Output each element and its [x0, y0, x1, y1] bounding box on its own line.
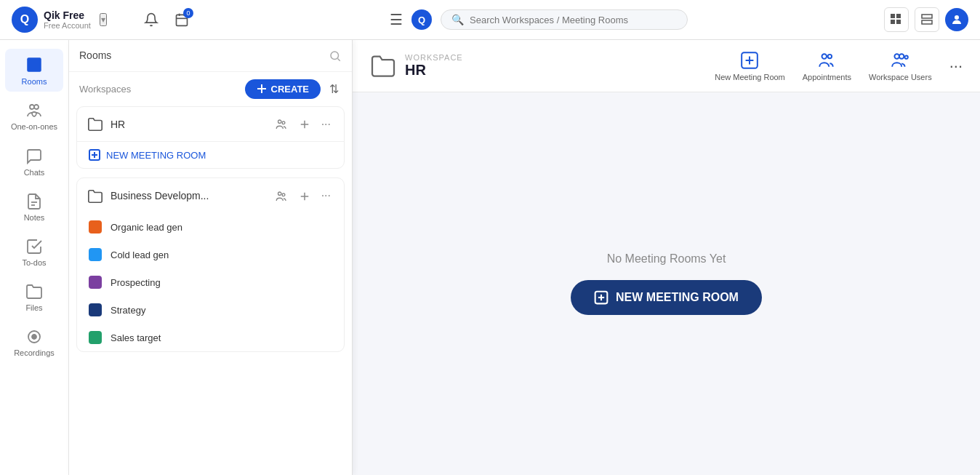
empty-state: No Meeting Rooms Yet NEW MEETING ROOM — [353, 92, 980, 475]
calendar-button[interactable]: 0 — [170, 8, 193, 31]
svg-rect-7 — [896, 20, 901, 24]
svg-point-10 — [955, 15, 959, 20]
svg-point-29 — [278, 192, 281, 196]
svg-point-18 — [331, 52, 339, 60]
app-info: Qik Free Free Account — [44, 9, 91, 30]
app-logo: Q — [12, 7, 38, 33]
meeting-rooms-list: Organic lead gen Cold lead gen Prospecti… — [77, 213, 344, 351]
search-bar: 🔍 — [441, 9, 688, 30]
main-layout: Rooms One-on-ones Chats — [0, 40, 980, 475]
new-meeting-room-inline-btn-hr[interactable]: NEW MEETING ROOM — [77, 141, 344, 168]
chats-icon — [25, 145, 43, 164]
topbar-icon-group: 0 — [140, 8, 193, 31]
user-avatar[interactable] — [945, 8, 968, 31]
new-meeting-room-large-label: NEW MEETING ROOM — [616, 291, 739, 304]
sidebar-item-files[interactable]: Files — [5, 276, 63, 318]
svg-point-12 — [30, 105, 34, 109]
account-dropdown[interactable]: ▾ — [100, 13, 107, 26]
svg-point-22 — [278, 120, 281, 124]
sidebar-item-recordings-label: Recordings — [14, 348, 55, 357]
svg-point-23 — [282, 121, 285, 124]
rooms-panel: Workspaces CREATE ⇅ — [69, 40, 353, 475]
left-sidebar: Rooms One-on-ones Chats — [0, 40, 69, 475]
room-name-organic: Organic lead gen — [111, 222, 182, 233]
panel-section-header: Workspaces CREATE ⇅ — [69, 72, 352, 103]
sidebar-item-one-on-ones[interactable]: One-on-ones — [5, 95, 63, 137]
room-name-prospecting: Prospecting — [111, 277, 161, 288]
panel-search-icon[interactable] — [329, 49, 342, 63]
workspace-users-action-icon — [891, 50, 909, 70]
folder-icon-business — [87, 187, 103, 204]
recordings-icon — [25, 327, 43, 346]
list-item[interactable]: Sales target — [77, 324, 344, 351]
appointments-action[interactable]: Appointments — [803, 50, 851, 81]
svg-point-13 — [34, 105, 39, 109]
svg-point-39 — [899, 55, 904, 60]
svg-line-19 — [337, 58, 340, 60]
svg-rect-5 — [896, 14, 901, 18]
topbar-center: ☰ Q 🔍 — [193, 9, 884, 30]
workspace-name-hr: HR — [111, 119, 265, 130]
sidebar-item-notes-label: Notes — [24, 213, 45, 222]
new-meeting-room-action[interactable]: New Meeting Room — [715, 50, 785, 81]
room-name-strategy: Strategy — [111, 305, 145, 316]
sidebar-item-recordings[interactable]: Recordings — [5, 321, 63, 363]
workspace-header-business[interactable]: Business Developm... — [77, 178, 344, 213]
new-meeting-room-inline-label-hr: NEW MEETING ROOM — [106, 150, 206, 161]
workspace-header-hr[interactable]: HR — [77, 107, 344, 142]
svg-point-37 — [828, 55, 832, 58]
sidebar-item-todos[interactable]: To-dos — [5, 231, 63, 273]
workspace-users-action-label: Workspace Users — [869, 73, 932, 81]
ws-add-button-hr[interactable] — [295, 116, 314, 132]
sidebar-item-chats[interactable]: Chats — [5, 140, 63, 182]
hamburger-button[interactable]: ☰ — [390, 11, 403, 28]
svg-point-38 — [895, 55, 900, 60]
new-meeting-room-action-icon — [740, 50, 759, 70]
bell-button[interactable] — [140, 8, 163, 31]
more-actions-button[interactable]: ··· — [949, 57, 963, 76]
layout-view-button[interactable] — [915, 7, 939, 32]
workspaces-label: Workspaces — [79, 84, 131, 95]
main-content: WORKSPACE HR New Meeting Room — [353, 40, 980, 475]
sidebar-item-chats-label: Chats — [24, 168, 45, 177]
files-icon — [25, 282, 43, 300]
ws-add-button-business[interactable] — [295, 188, 314, 204]
notes-icon — [25, 191, 43, 210]
create-button[interactable]: CREATE — [245, 79, 321, 99]
ws-users-button-hr[interactable] — [272, 116, 291, 132]
ws-users-button-business[interactable] — [272, 188, 291, 204]
panel-search-input[interactable] — [79, 49, 323, 61]
sidebar-item-rooms-label: Rooms — [22, 77, 47, 86]
list-item[interactable]: Strategy — [77, 296, 344, 324]
topbar-right — [884, 7, 968, 32]
workspace-name-business: Business Developm... — [111, 190, 265, 201]
search-input[interactable] — [470, 15, 677, 25]
list-item[interactable]: Cold lead gen — [77, 241, 344, 268]
svg-rect-11 — [27, 57, 41, 72]
todos-icon — [25, 236, 43, 255]
workspace-title: HR — [405, 62, 463, 79]
sidebar-item-notes[interactable]: Notes — [5, 185, 63, 228]
ws-more-button-hr[interactable]: ··· — [318, 116, 334, 132]
appointments-action-label: Appointments — [803, 73, 851, 81]
list-item[interactable]: Prospecting — [77, 268, 344, 296]
workspace-users-action[interactable]: Workspace Users — [869, 50, 932, 81]
svg-rect-6 — [891, 20, 895, 24]
sort-button[interactable]: ⇅ — [326, 79, 342, 99]
rooms-icon — [25, 55, 44, 74]
appointments-action-icon — [817, 50, 836, 70]
grid-view-button[interactable] — [884, 7, 909, 32]
sidebar-item-files-label: Files — [25, 303, 42, 312]
svg-rect-4 — [891, 14, 895, 18]
sidebar-item-rooms[interactable]: Rooms — [5, 49, 63, 92]
list-item[interactable]: Organic lead gen — [77, 213, 344, 241]
svg-rect-9 — [922, 20, 932, 24]
panel-search-bar — [69, 40, 352, 72]
header-actions: New Meeting Room Appointments — [715, 50, 963, 81]
ws-more-button-business[interactable]: ··· — [318, 188, 334, 204]
new-meeting-room-large-button[interactable]: NEW MEETING ROOM — [571, 280, 762, 315]
svg-point-36 — [822, 55, 827, 60]
workspace-card-hr: HR — [76, 106, 345, 169]
topbar: Q Qik Free Free Account ▾ 0 ☰ Q — [0, 0, 980, 40]
workspace-label-text: WORKSPACE — [405, 53, 463, 62]
